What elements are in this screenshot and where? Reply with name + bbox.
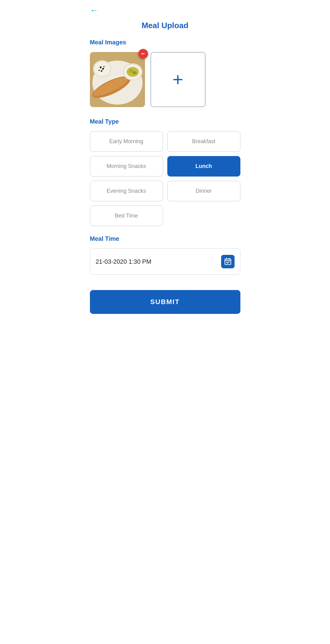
remove-image-button[interactable]: −	[138, 49, 148, 59]
meal-type-section: Meal Type Early Morning Breakfast Mornin…	[90, 118, 240, 226]
meal-type-grid: Early Morning Breakfast Morning Snacks L…	[90, 131, 240, 226]
add-icon: +	[172, 70, 183, 89]
images-row: − +	[90, 52, 240, 107]
meal-time-label: Meal Time	[90, 235, 240, 242]
meal-images-section: Meal Images	[90, 39, 240, 107]
back-button[interactable]: ←	[90, 0, 98, 18]
food-illustration	[90, 52, 145, 107]
svg-point-5	[100, 66, 102, 68]
meal-time-value: 21-03-2020 1:30 PM	[96, 258, 221, 265]
meal-type-evening-snacks[interactable]: Evening Snacks	[90, 181, 163, 201]
submit-button[interactable]: SUBMIT	[90, 290, 240, 314]
meal-image-thumb: −	[90, 52, 145, 107]
meal-type-dinner[interactable]: Dinner	[167, 181, 240, 201]
page-title: Meal Upload	[90, 21, 240, 30]
calendar-icon	[221, 255, 235, 268]
screen: ← Meal Upload Meal Images	[83, 0, 248, 644]
meal-type-early-morning[interactable]: Early Morning	[90, 131, 163, 152]
calendar-svg	[224, 258, 232, 266]
meal-images-label: Meal Images	[90, 39, 240, 46]
svg-point-8	[103, 66, 105, 67]
meal-type-breakfast[interactable]: Breakfast	[167, 131, 240, 152]
meal-time-input[interactable]: 21-03-2020 1:30 PM	[90, 248, 240, 275]
meal-type-morning-snacks[interactable]: Morning Snacks	[90, 156, 163, 177]
svg-point-9	[98, 70, 100, 71]
svg-point-7	[101, 70, 102, 72]
add-image-button[interactable]: +	[150, 52, 206, 107]
svg-rect-15	[225, 259, 231, 264]
meal-type-lunch[interactable]: Lunch	[167, 156, 240, 177]
svg-point-6	[102, 68, 104, 70]
meal-type-label: Meal Type	[90, 118, 240, 125]
svg-point-14	[132, 71, 137, 74]
meal-type-bed-time[interactable]: Bed Time	[90, 206, 163, 226]
meal-time-section: Meal Time 21-03-2020 1:30 PM	[90, 235, 240, 275]
meal-image-bg	[90, 52, 145, 107]
